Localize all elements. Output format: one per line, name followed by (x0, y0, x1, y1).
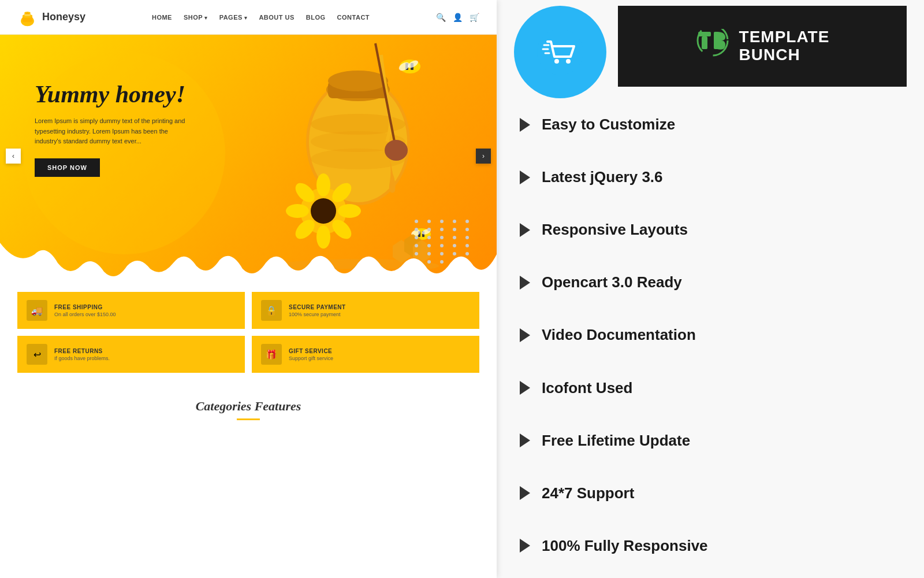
feature-row-7: 24*7 Support (520, 480, 901, 507)
feature-shipping-text: FREE SHIPPING On all orders over $150.00 (54, 304, 116, 317)
svg-point-16 (311, 198, 336, 224)
feature-label-5: Icofont Used (542, 379, 632, 397)
feature-gift-title: GIFT SERVICE (289, 348, 333, 354)
feature-card-returns: ↩ FREE RETURNS If goods have problems. (17, 336, 245, 373)
cart-icon[interactable]: 🛒 (470, 13, 479, 22)
svg-point-39 (537, 29, 583, 75)
feature-row-1: Latest jQuery 3.6 (520, 164, 901, 191)
user-icon[interactable]: 👤 (453, 13, 463, 22)
feature-row-6: Free Lifetime Update (520, 427, 901, 454)
site-actions: 🔍 👤 🛒 (436, 13, 479, 22)
feature-shipping-title: FREE SHIPPING (54, 304, 116, 310)
logo-icon (17, 7, 38, 27)
site-logo: Honeysy (17, 7, 85, 27)
arrow-icon-0 (520, 118, 530, 132)
svg-point-40 (554, 59, 559, 64)
website-mockup: Honeysy HOME SHOP PAGES ABOUT US BLOG CO… (0, 0, 497, 578)
feature-label-3: Opencart 3.0 Ready (542, 273, 682, 291)
feature-row-2: Responsive Layouts (520, 216, 901, 243)
arrow-icon-5 (520, 381, 530, 395)
feature-returns-title: FREE RETURNS (54, 348, 110, 354)
nav-contact[interactable]: CONTACT (337, 14, 370, 21)
nav-about[interactable]: ABOUT US (259, 14, 294, 21)
feature-label-8: 100% Fully Responsive (542, 537, 708, 555)
feature-label-2: Responsive Layouts (542, 221, 688, 239)
feature-row-3: Opencart 3.0 Ready (520, 269, 901, 296)
feature-gift-desc: Support gift service (289, 355, 333, 361)
feature-label-6: Free Lifetime Update (542, 432, 690, 450)
tb-logo-icon (695, 29, 730, 64)
carousel-prev[interactable]: ‹ (6, 149, 21, 164)
feature-returns-text: FREE RETURNS If goods have problems. (54, 348, 110, 361)
feature-card-payment: 🔒 SECURE PAYMENT 100% secure payment (252, 292, 479, 329)
right-top-header: TEMPLATE BUNCH (497, 0, 924, 92)
feature-card-gift: 🎁 GIFT SERVICE Support gift service (252, 336, 479, 373)
arrow-icon-1 (520, 171, 530, 184)
hero-content: Yummy honey! Lorem Ipsum is simply dummy… (35, 81, 196, 177)
sidebar-panel: TEMPLATE BUNCH Easy to Customize Latest … (497, 0, 924, 578)
website-preview: Honeysy HOME SHOP PAGES ABOUT US BLOG CO… (0, 0, 497, 578)
arrow-icon-6 (520, 433, 530, 447)
categories-title: Categories Features (17, 399, 479, 414)
categories-section: Categories Features (0, 387, 497, 426)
feature-label-0: Easy to Customize (542, 116, 675, 134)
feature-card-shipping: 🚚 FREE SHIPPING On all orders over $150.… (17, 292, 245, 329)
feature-row-0: Easy to Customize (520, 111, 901, 138)
feature-row-5: Icofont Used (520, 375, 901, 402)
payment-icon: 🔒 (261, 300, 282, 321)
svg-point-41 (566, 59, 571, 64)
svg-point-23 (286, 204, 309, 218)
shop-now-button[interactable]: SHOP NOW (35, 158, 100, 177)
feature-returns-desc: If goods have problems. (54, 355, 110, 361)
nav-shop[interactable]: SHOP (184, 14, 208, 21)
svg-rect-46 (702, 36, 707, 49)
carousel-next[interactable]: › (476, 149, 491, 164)
feature-shipping-desc: On all orders over $150.00 (54, 312, 116, 317)
feature-row-4: Video Documentation (520, 321, 901, 349)
feature-payment-title: SECURE PAYMENT (289, 304, 346, 310)
site-header: Honeysy HOME SHOP PAGES ABOUT US BLOG CO… (0, 0, 497, 35)
logo-text: Honeysy (42, 11, 85, 23)
feature-payment-desc: 100% secure payment (289, 312, 346, 317)
svg-point-12 (328, 71, 388, 91)
feature-label-7: 24*7 Support (542, 484, 634, 502)
nav-pages[interactable]: PAGES (219, 14, 248, 21)
gift-icon: 🎁 (261, 344, 282, 365)
hero-title: Yummy honey! (35, 81, 196, 108)
cart-badge-icon (537, 29, 583, 75)
tb-logo-text: TEMPLATE BUNCH (739, 28, 830, 64)
features-section: 🚚 FREE SHIPPING On all orders over $150.… (0, 277, 497, 387)
site-navigation: HOME SHOP PAGES ABOUT US BLOG CONTACT (152, 14, 370, 21)
feature-gift-text: GIFT SERVICE Support gift service (289, 348, 333, 361)
arrow-icon-3 (520, 276, 530, 290)
search-icon[interactable]: 🔍 (436, 13, 446, 22)
honey-jar-illustration (243, 38, 439, 269)
tb-brand-line2: BUNCH (739, 46, 830, 64)
cart-badge (514, 6, 606, 98)
arrow-icon-2 (520, 223, 530, 237)
nav-home[interactable]: HOME (152, 14, 172, 21)
arrow-icon-4 (520, 328, 530, 342)
svg-point-17 (316, 173, 330, 197)
hero-subtitle: Lorem Ipsum is simply dummy text of the … (35, 116, 196, 147)
template-bunch-logo: TEMPLATE BUNCH (618, 6, 907, 87)
returns-icon: ↩ (27, 344, 47, 365)
feature-label-4: Video Documentation (542, 326, 696, 344)
feature-row-8: 100% Fully Responsive (520, 532, 901, 560)
feature-label-1: Latest jQuery 3.6 (542, 168, 663, 186)
svg-point-14 (385, 140, 408, 161)
arrow-icon-8 (520, 539, 530, 553)
tb-brand-line1: TEMPLATE (739, 28, 830, 46)
honey-drip-decoration (0, 243, 497, 277)
arrow-icon-7 (520, 486, 530, 500)
nav-blog[interactable]: BLOG (306, 14, 326, 21)
shipping-icon: 🚚 (27, 300, 47, 321)
feature-payment-text: SECURE PAYMENT 100% secure payment (289, 304, 346, 317)
features-list: Easy to Customize Latest jQuery 3.6 Resp… (497, 92, 924, 578)
categories-underline (237, 418, 260, 420)
svg-point-19 (338, 204, 361, 218)
